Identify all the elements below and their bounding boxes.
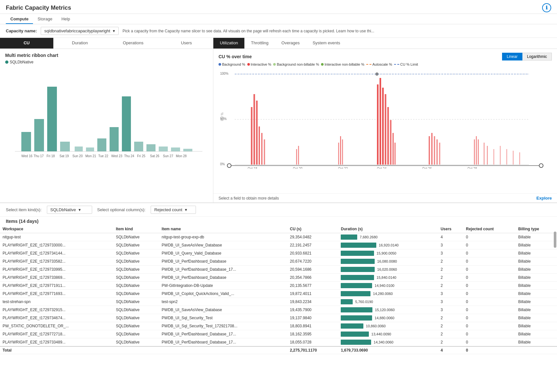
explore-field-text: Select a field to obtain more details xyxy=(219,196,279,201)
svg-rect-54 xyxy=(394,143,396,165)
cell-rejected: 0 xyxy=(463,241,516,249)
cell-cu: 18,055.0728 xyxy=(287,338,338,347)
capacity-dropdown[interactable]: sqldbnativefabriccapacityplaywright ▾ xyxy=(41,27,119,35)
cell-cu: 19,435.7900 xyxy=(287,306,338,314)
cell-rejected: 0 xyxy=(463,290,516,298)
cell-cu: 22,191.2457 xyxy=(287,241,338,249)
svg-text:CU %: CU % xyxy=(220,113,224,121)
metric-tab-cu[interactable]: CU xyxy=(0,38,53,49)
cell-workspace: PLAYWRIGHT_E2E_t1729733582... xyxy=(0,257,113,266)
metric-tab-duration[interactable]: Duration xyxy=(53,38,107,49)
cell-item-name: PWDB_UI_SaveAsView_Database xyxy=(159,241,287,249)
svg-text:Oct 22: Oct 22 xyxy=(338,167,348,169)
cell-item-kind: SQLDbNative xyxy=(113,338,159,347)
filter-row: Select item kind(s): SQLDbNative ▾ Selec… xyxy=(0,203,557,217)
svg-rect-69 xyxy=(519,152,520,165)
capacity-hint: Pick a capacity from the Capacity name s… xyxy=(123,29,551,33)
cell-cu: 18,803.8941 xyxy=(287,322,338,330)
item-kind-dropdown[interactable]: SQLDbNative ▾ xyxy=(47,206,92,214)
svg-text:Oct 24: Oct 24 xyxy=(377,167,387,169)
cell-billing: Billable xyxy=(516,298,557,306)
cell-rejected: 0 xyxy=(463,233,516,241)
cell-item-name: PWDB_UI_Query_Valid_Database xyxy=(159,249,287,257)
util-tab-utilization[interactable]: Utilization xyxy=(213,38,244,49)
table-row: PLAYWRIGHT_E2E_t1729733489... SQLDbNativ… xyxy=(0,338,557,347)
nav-tab-storage[interactable]: Storage xyxy=(33,15,57,24)
cell-workspace: test-strehan-spn xyxy=(0,298,113,306)
cell-cu: 19,872.4011 xyxy=(287,290,338,298)
cell-workspace: PLAYWRIGHT_E2E_t1729734674... xyxy=(0,314,113,322)
col-workspace: Workspace xyxy=(0,225,113,233)
cell-users: 3 xyxy=(438,298,463,306)
cell-item-kind: SQLDbNative xyxy=(113,282,159,290)
cell-duration: 16,080.0080 xyxy=(338,257,438,266)
cell-duration: 7,680.2680 xyxy=(338,233,438,241)
svg-rect-49 xyxy=(382,88,384,165)
util-tab-overages[interactable]: Overages xyxy=(275,38,306,49)
table-row: PLAYWRIGHT_E2E_t1729733995... SQLDbNativ… xyxy=(0,266,557,274)
cell-duration: 14,880.0060 xyxy=(338,314,438,322)
nav-tab-compute[interactable]: Compute xyxy=(6,15,33,24)
cell-billing: Billable xyxy=(516,266,557,274)
cell-billing: Billable xyxy=(516,338,557,347)
explore-link[interactable]: Explore xyxy=(536,196,552,201)
item-kind-value: SQLDbNative xyxy=(50,207,76,212)
nav-tab-help[interactable]: Help xyxy=(57,15,75,24)
optional-col-dropdown[interactable]: Rejected count ▾ xyxy=(151,206,196,214)
svg-rect-61 xyxy=(476,136,477,165)
cell-item-name: PWDB_UI_Copilot_QuickActions_Valid_... xyxy=(159,290,287,298)
svg-text:Fri 25: Fri 25 xyxy=(137,154,145,158)
cell-billing: Billable xyxy=(516,290,557,298)
bottom-section: Select item kind(s): SQLDbNative ▾ Selec… xyxy=(0,203,557,354)
svg-rect-5 xyxy=(75,147,83,151)
total-label: Total xyxy=(0,346,287,354)
metric-tab-operations[interactable]: Operations xyxy=(107,38,160,49)
main-area: CU Duration Operations Users Multi metri… xyxy=(0,38,557,388)
col-rejected: Rejected count xyxy=(463,225,516,233)
table-row: PLAYWRIGHT_E2E_t1729772718... SQLDbNativ… xyxy=(0,330,557,338)
svg-rect-47 xyxy=(377,84,379,165)
col-duration: Duration (s) xyxy=(338,225,438,233)
svg-text:Tue 22: Tue 22 xyxy=(98,154,108,158)
ribbon-chart-title: Multi metric ribbon chart xyxy=(5,53,208,58)
svg-text:Oct 28: Oct 28 xyxy=(467,167,477,169)
svg-rect-41 xyxy=(264,139,265,165)
svg-rect-65 xyxy=(493,149,494,165)
cell-item-kind: SQLDbNative xyxy=(113,314,159,322)
scrollbar[interactable] xyxy=(554,232,556,248)
cell-users: 2 xyxy=(438,322,463,330)
svg-text:Fri 18: Fri 18 xyxy=(47,154,55,158)
app-header: Fabric Capacity Metrics ℹ xyxy=(0,0,557,14)
range-slider[interactable] xyxy=(219,165,552,166)
metric-tab-users[interactable]: Users xyxy=(160,38,213,49)
svg-rect-39 xyxy=(259,126,260,165)
svg-rect-43 xyxy=(298,146,299,165)
cell-rejected: 0 xyxy=(463,306,516,314)
cell-item-name: PWDB_UI_PerfDashboard_Database xyxy=(159,257,287,266)
explore-bar: Select a field to obtain more details Ex… xyxy=(213,193,557,202)
ribbon-legend-label: SQLDbNative xyxy=(10,60,33,64)
util-tab-system-events[interactable]: System events xyxy=(306,38,347,49)
scale-log-button[interactable]: Logarithmic xyxy=(522,53,552,60)
scale-linear-button[interactable]: Linear xyxy=(502,53,522,60)
cell-users: 2 xyxy=(438,314,463,322)
total-users: 4 xyxy=(438,346,463,354)
cell-rejected: 0 xyxy=(463,266,516,274)
util-tabs: Utilization Throttling Overages System e… xyxy=(213,38,557,49)
svg-rect-48 xyxy=(380,78,381,165)
cell-workspace: nitgup-test xyxy=(0,233,113,241)
svg-text:Sun 27: Sun 27 xyxy=(163,154,173,158)
svg-text:Oct 18: Oct 18 xyxy=(248,167,257,169)
chevron-down-icon-col: ▾ xyxy=(185,207,187,212)
cell-item-kind: SQLDbNative xyxy=(113,233,159,241)
svg-rect-66 xyxy=(500,146,501,165)
legend-background: Background % xyxy=(222,62,245,66)
cell-item-kind: SQLDbNative xyxy=(113,330,159,338)
capacity-label: Capacity name: xyxy=(6,28,37,33)
util-tab-throttling[interactable]: Throttling xyxy=(244,38,275,49)
table-wrapper[interactable]: Workspace Item kind Item name CU (s) Dur… xyxy=(0,225,557,354)
svg-rect-45 xyxy=(340,136,341,165)
svg-rect-67 xyxy=(506,149,507,165)
cu-chart-area: CU % over time Linear Logarithmic Backgr… xyxy=(213,49,557,193)
info-icon[interactable]: ℹ xyxy=(542,3,551,12)
